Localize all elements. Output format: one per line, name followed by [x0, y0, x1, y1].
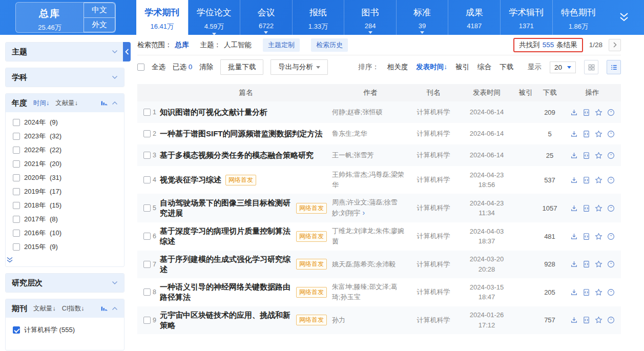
favorite-star-icon[interactable]: [595, 204, 603, 212]
article-title-link[interactable]: 视觉表征学习综述: [160, 175, 221, 185]
nav-tab-zongku[interactable]: 总库 25.46万: [16, 3, 84, 32]
year-filter-item[interactable]: 2015年 (9): [6, 240, 124, 254]
panel-journal-header[interactable]: 期刊 文献量↓ CI指数↓: [6, 299, 124, 318]
download-icon[interactable]: [570, 152, 578, 159]
article-authors[interactable]: 姚天磊;陈希亮;余沛毅 ›: [332, 259, 409, 270]
year-filter-item[interactable]: 2016年 (10): [6, 226, 124, 240]
year-filter-item[interactable]: 2018年 (15): [6, 198, 124, 212]
article-title-link[interactable]: 自动驾驶场景下的图像三维目标检测研究进展: [160, 198, 292, 219]
year-filter-item[interactable]: 2021年 (20): [6, 157, 124, 171]
year-filter-item[interactable]: 2020年 (31): [6, 171, 124, 184]
year-checkbox[interactable]: [13, 160, 20, 168]
sort-option[interactable]: 被引: [455, 63, 469, 72]
row-checkbox[interactable]: [143, 152, 151, 159]
page-size-select[interactable]: 20: [550, 61, 576, 73]
journal-name-link[interactable]: 计算机科学: [409, 203, 458, 213]
list-view-button[interactable]: [607, 60, 621, 74]
cite-quote-icon[interactable]: ”: [607, 316, 615, 324]
cite-quote-icon[interactable]: ”: [607, 130, 615, 138]
article-title-link[interactable]: 一种语义引导的神经网络关键数据路由路径算法: [160, 282, 292, 303]
search-history-button[interactable]: 检索历史: [311, 38, 348, 52]
sort-option[interactable]: 综合: [477, 63, 491, 72]
download-icon[interactable]: [570, 260, 578, 268]
year-sort-time[interactable]: 时间↓: [33, 99, 49, 108]
year-checkbox[interactable]: [13, 188, 20, 195]
panel-research-level-header[interactable]: 研究层次: [6, 274, 124, 292]
year-checkbox[interactable]: [13, 243, 20, 251]
year-checkbox[interactable]: [13, 230, 20, 237]
article-title-link[interactable]: 元宇宙中区块链技术的应用、挑战和新策略: [160, 310, 292, 331]
article-title-link[interactable]: 知识图谱的可视化文献计量分析: [160, 107, 267, 117]
chevron-down-icon[interactable]: [112, 75, 118, 79]
nav-tab[interactable]: 特色期刊 1.86万: [552, 0, 605, 35]
download-icon[interactable]: [570, 316, 578, 324]
article-authors[interactable]: 孙力 ›: [332, 315, 409, 325]
nav-tab[interactable]: 学术辑刊 1371: [500, 0, 552, 35]
export-analyze-button[interactable]: 导出与分析: [271, 59, 328, 75]
year-filter-item[interactable]: 2024年 (9): [6, 115, 124, 129]
cite-quote-icon[interactable]: ”: [607, 109, 615, 116]
row-checkbox[interactable]: [143, 176, 151, 183]
online-first-badge[interactable]: 网络首发: [296, 231, 327, 242]
year-checkbox[interactable]: [13, 202, 20, 209]
year-filter-item[interactable]: 2019年 (17): [6, 184, 124, 198]
chevron-up-icon[interactable]: [112, 101, 118, 105]
year-checkbox[interactable]: [13, 147, 20, 154]
select-all-checkbox[interactable]: [137, 64, 144, 71]
cite-quote-icon[interactable]: ”: [607, 176, 615, 184]
html-read-icon[interactable]: [583, 176, 590, 184]
favorite-star-icon[interactable]: [595, 176, 603, 184]
nav-tab[interactable]: 学术期刊 16.41万: [136, 0, 188, 35]
year-checkbox[interactable]: [13, 174, 20, 181]
year-checkbox[interactable]: [13, 216, 20, 223]
online-first-badge[interactable]: 网络首发: [225, 175, 256, 185]
article-authors[interactable]: 鲁东生;龙华 ›: [332, 129, 409, 139]
row-checkbox[interactable]: [143, 261, 151, 268]
journal-name-link[interactable]: 计算机科学: [409, 129, 458, 138]
journal-name-link[interactable]: 计算机科学: [409, 108, 458, 117]
article-title-link[interactable]: 基于深度学习的病理切片质量控制算法综述: [160, 226, 292, 247]
article-authors[interactable]: 周燕;许业文;蒲磊;徐雪妙;刘翔宇 ›: [332, 197, 409, 219]
authors-more-icon[interactable]: ›: [361, 209, 365, 217]
html-read-icon[interactable]: [583, 204, 590, 212]
panel-year-header[interactable]: 年度 时间↓ 文献量↓: [6, 94, 124, 112]
sort-option[interactable]: 下载: [500, 63, 513, 72]
year-filter-item[interactable]: 2017年 (8): [6, 212, 124, 226]
panel-discipline-header[interactable]: 学科: [6, 68, 124, 87]
journal-name-link[interactable]: 计算机科学: [409, 287, 458, 297]
journal-filter-item[interactable]: 计算机科学 (555): [6, 323, 124, 337]
favorite-star-icon[interactable]: [595, 152, 603, 159]
nav-more-button[interactable]: [604, 0, 644, 35]
download-icon[interactable]: [570, 130, 578, 138]
sidebar-collapse-handle[interactable]: [123, 42, 131, 61]
sort-option[interactable]: 发表时间↓: [416, 63, 447, 72]
nav-tab[interactable]: 成果 4187: [448, 0, 500, 35]
year-filter-item[interactable]: 2022年 (22): [6, 143, 124, 157]
bar-chart-icon[interactable]: [100, 99, 108, 107]
cite-quote-icon[interactable]: ”: [607, 288, 615, 296]
chevron-down-icon[interactable]: [112, 50, 118, 54]
article-title-link[interactable]: 一种基于谱图SIFT的同源频谱监测数据判定方法: [160, 129, 323, 139]
online-first-badge[interactable]: 网络首发: [296, 259, 327, 270]
favorite-star-icon[interactable]: [595, 288, 603, 296]
favorite-star-icon[interactable]: [595, 130, 603, 138]
article-authors[interactable]: 丁维龙;刘津龙;朱伟;廖婉茵 ›: [332, 226, 409, 246]
year-filter-item[interactable]: 2023年 (32): [6, 129, 124, 143]
download-icon[interactable]: [570, 204, 578, 212]
row-checkbox[interactable]: [143, 288, 151, 296]
article-authors[interactable]: 王帅炜;雷杰;冯尊磊;梁荣华 ›: [332, 170, 409, 190]
journal-checkbox[interactable]: [13, 326, 20, 334]
html-read-icon[interactable]: [583, 260, 590, 268]
article-authors[interactable]: 朱富坤;滕臻;邵文泽;葛琦;孙玉宝 ›: [332, 282, 409, 302]
nav-tab[interactable]: 报纸 1.33万: [292, 0, 344, 35]
download-icon[interactable]: [570, 176, 578, 184]
year-expand-more[interactable]: [6, 255, 124, 266]
chevron-up-icon[interactable]: [112, 306, 118, 311]
chevron-down-icon[interactable]: [112, 281, 118, 285]
online-first-badge[interactable]: 网络首发: [296, 287, 327, 298]
year-sort-count[interactable]: 文献量↓: [55, 99, 78, 108]
favorite-star-icon[interactable]: [595, 316, 603, 324]
article-title-link[interactable]: 基于多模态视频分类任务的模态融合策略研究: [160, 150, 314, 160]
tab-chinese[interactable]: 中文: [84, 3, 115, 18]
row-checkbox[interactable]: [143, 130, 151, 137]
